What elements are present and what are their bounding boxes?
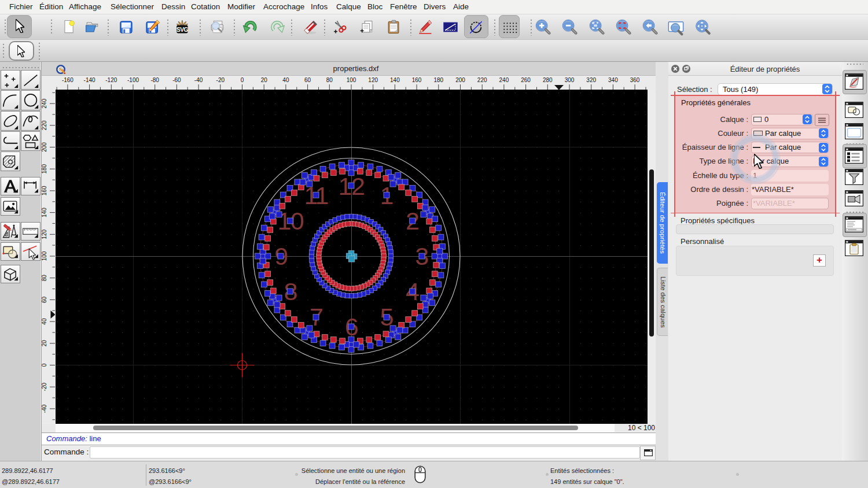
svg-text:-80: -80 bbox=[150, 77, 159, 83]
svg-text:80: 80 bbox=[326, 77, 333, 83]
svg-text:80: 80 bbox=[42, 275, 47, 282]
svg-text:220: 220 bbox=[477, 77, 487, 83]
svg-text:-20: -20 bbox=[42, 383, 47, 391]
svg-text:60: 60 bbox=[304, 77, 311, 83]
svg-text:40: 40 bbox=[282, 77, 289, 83]
svg-text:140: 140 bbox=[42, 208, 47, 217]
svg-text:200: 200 bbox=[42, 142, 47, 152]
svg-text:-140: -140 bbox=[84, 77, 95, 83]
svg-text:160: 160 bbox=[42, 186, 47, 195]
svg-text:300: 300 bbox=[565, 77, 575, 83]
svg-text:0: 0 bbox=[42, 363, 47, 367]
svg-text:280: 280 bbox=[543, 77, 553, 83]
svg-text:-40: -40 bbox=[194, 77, 203, 83]
svg-text:240: 240 bbox=[499, 77, 509, 83]
svg-text:SVG: SVG bbox=[176, 27, 189, 33]
svg-text:-120: -120 bbox=[105, 77, 117, 83]
svg-text:20: 20 bbox=[261, 77, 268, 83]
svg-text:20: 20 bbox=[42, 340, 47, 347]
svg-text:220: 220 bbox=[42, 120, 47, 130]
svg-text:-60: -60 bbox=[172, 77, 181, 83]
svg-text:-20: -20 bbox=[216, 77, 225, 83]
svg-text:340: 340 bbox=[608, 77, 618, 83]
svg-text:-100: -100 bbox=[127, 77, 139, 83]
svg-text:260: 260 bbox=[521, 77, 531, 83]
svg-text:240: 240 bbox=[42, 98, 47, 108]
svg-text:-40: -40 bbox=[42, 404, 47, 413]
svg-text:100: 100 bbox=[347, 77, 356, 83]
svg-text:-160: -160 bbox=[62, 77, 73, 83]
svg-text:60: 60 bbox=[42, 296, 47, 303]
svg-text:40: 40 bbox=[42, 318, 47, 325]
svg-text:180: 180 bbox=[433, 77, 443, 83]
svg-text:140: 140 bbox=[390, 77, 400, 83]
svg-text:320: 320 bbox=[586, 77, 596, 83]
svg-text:120: 120 bbox=[368, 77, 378, 83]
svg-text:120: 120 bbox=[42, 230, 47, 239]
svg-text:160: 160 bbox=[412, 77, 422, 83]
svg-text:180: 180 bbox=[42, 164, 47, 173]
svg-text:360: 360 bbox=[630, 77, 640, 83]
svg-text:200: 200 bbox=[455, 77, 465, 83]
svg-text:0: 0 bbox=[241, 77, 244, 83]
svg-text:100: 100 bbox=[42, 251, 47, 261]
